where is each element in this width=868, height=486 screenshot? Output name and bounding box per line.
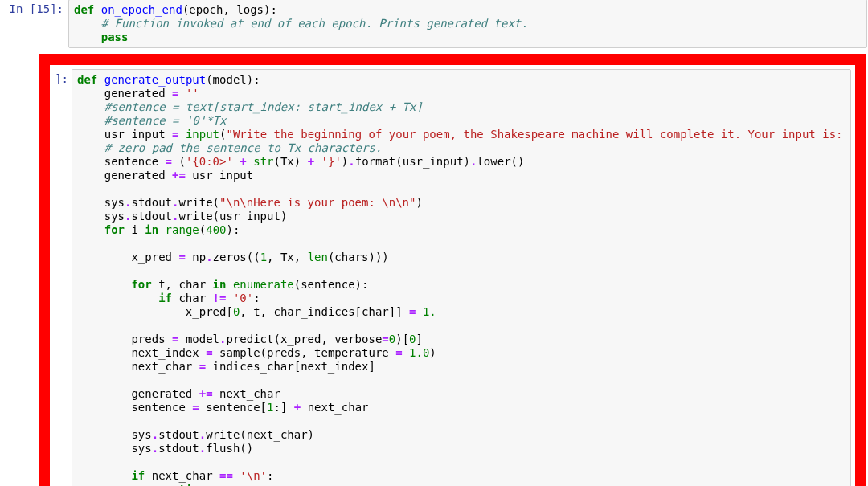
input-prompt-generate: ]: [54,69,72,89]
code-block-generate[interactable]: def generate_output(model): generated = … [77,73,845,486]
code-input-area-15[interactable]: def on_epoch_end(epoch, logs): # Functio… [68,0,867,48]
highlight-box: ]: def generate_output(model): generated… [39,54,866,486]
input-prompt-15: In [15]: [1,0,68,19]
code-cell-15: In [15]: def on_epoch_end(epoch, logs): … [0,0,868,49]
code-block-15[interactable]: def on_epoch_end(epoch, logs): # Functio… [74,3,862,44]
code-input-area-generate[interactable]: def generate_output(model): generated = … [72,69,851,486]
code-cell-generate: ]: def generate_output(model): generated… [53,68,852,486]
